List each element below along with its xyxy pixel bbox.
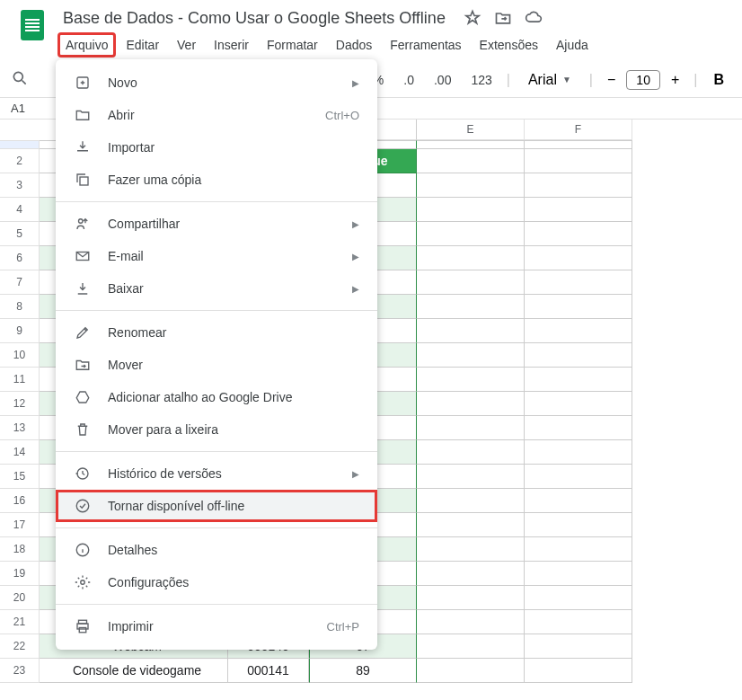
row-header-4[interactable]: 4 <box>0 198 40 222</box>
menu-item-importar[interactable]: Importar <box>56 131 377 164</box>
menu-item-baixar[interactable]: Baixar▶ <box>56 272 377 305</box>
cell[interactable] <box>525 343 632 368</box>
cell[interactable] <box>525 270 632 295</box>
cell[interactable] <box>525 634 632 659</box>
decrease-font-size-button[interactable]: − <box>602 68 621 92</box>
menu-item-tornar-disponível-off-line[interactable]: Tornar disponível off-line <box>56 490 377 522</box>
row-header-21[interactable]: 21 <box>0 610 40 634</box>
row-header-17[interactable]: 17 <box>0 513 40 537</box>
cell[interactable] <box>417 513 525 537</box>
cell[interactable] <box>417 222 525 246</box>
cell[interactable] <box>417 246 525 270</box>
menu-item-renomear[interactable]: Renomear <box>56 316 377 349</box>
star-icon[interactable] <box>464 9 481 31</box>
menubar-item-inserir[interactable]: Inserir <box>206 32 257 58</box>
row-header-15[interactable]: 15 <box>0 465 40 489</box>
doc-title[interactable]: Base de Dados - Como Usar o Google Sheet… <box>57 7 451 30</box>
cell[interactable] <box>525 562 632 586</box>
menu-item-abrir[interactable]: AbrirCtrl+O <box>56 99 377 131</box>
menu-item-fazer-uma-cópia[interactable]: Fazer uma cópia <box>56 164 377 196</box>
row-header-9[interactable]: 9 <box>0 319 40 343</box>
menu-item-detalhes[interactable]: Detalhes <box>56 534 377 566</box>
cell[interactable] <box>417 562 525 586</box>
cell[interactable]: 000141 <box>228 659 309 683</box>
cell[interactable] <box>417 659 525 683</box>
cell[interactable] <box>525 659 632 683</box>
menu-item-novo[interactable]: Novo▶ <box>56 66 377 99</box>
menubar-item-ver[interactable]: Ver <box>169 32 204 58</box>
cell[interactable] <box>417 537 525 562</box>
row-header-16[interactable]: 16 <box>0 489 40 513</box>
cell[interactable] <box>417 610 525 634</box>
increase-font-size-button[interactable]: + <box>666 68 685 92</box>
cell[interactable] <box>417 465 525 489</box>
bold-button[interactable]: B <box>706 72 731 88</box>
cell[interactable]: Console de videogame <box>40 659 228 683</box>
cell[interactable] <box>525 368 632 392</box>
row-header-7[interactable]: 7 <box>0 270 40 295</box>
decrease-decimal-button[interactable]: .0 <box>398 69 420 91</box>
cell[interactable] <box>417 140 525 149</box>
cell[interactable] <box>417 319 525 343</box>
cell[interactable] <box>525 149 632 173</box>
cell[interactable] <box>525 246 632 270</box>
row-header-8[interactable]: 8 <box>0 295 40 319</box>
cell[interactable] <box>417 270 525 295</box>
menu-item-mover-para-a-lixeira[interactable]: Mover para a lixeira <box>56 413 377 446</box>
cell[interactable] <box>417 368 525 392</box>
menu-item-mover[interactable]: Mover <box>56 349 377 381</box>
row-header-10[interactable]: 10 <box>0 343 40 368</box>
row-header-12[interactable]: 12 <box>0 392 40 416</box>
cell[interactable] <box>525 440 632 465</box>
menubar-item-ferramentas[interactable]: Ferramentas <box>382 32 469 58</box>
cell[interactable] <box>525 416 632 440</box>
search-icon[interactable] <box>11 69 29 91</box>
row-header-14[interactable]: 14 <box>0 440 40 465</box>
row-header-23[interactable]: 23 <box>0 659 40 683</box>
menu-item-imprimir[interactable]: ImprimirCtrl+P <box>56 610 377 642</box>
row-header-18[interactable]: 18 <box>0 537 40 562</box>
menu-item-compartilhar[interactable]: Compartilhar▶ <box>56 208 377 240</box>
cell[interactable]: 89 <box>309 659 417 683</box>
menubar-item-editar[interactable]: Editar <box>118 32 167 58</box>
row-header-13[interactable]: 13 <box>0 416 40 440</box>
menubar-item-formatar[interactable]: Formatar <box>259 32 326 58</box>
row-header-11[interactable]: 11 <box>0 368 40 392</box>
menu-item-configurações[interactable]: Configurações <box>56 566 377 598</box>
cell[interactable] <box>525 319 632 343</box>
menu-item-adicionar-atalho-ao-google-drive[interactable]: Adicionar atalho ao Google Drive <box>56 381 377 413</box>
cell[interactable] <box>417 440 525 465</box>
row-header-2[interactable]: 2 <box>0 149 40 173</box>
cell[interactable] <box>525 537 632 562</box>
cell[interactable] <box>525 198 632 222</box>
row-header-1[interactable] <box>0 140 40 149</box>
cell[interactable] <box>525 295 632 319</box>
cell[interactable] <box>417 173 525 198</box>
cell[interactable] <box>417 149 525 173</box>
cell[interactable] <box>525 173 632 198</box>
cell[interactable] <box>525 610 632 634</box>
number-format-button[interactable]: 123 <box>465 69 497 91</box>
cell[interactable] <box>417 295 525 319</box>
column-header-F[interactable]: F <box>525 120 632 140</box>
cell[interactable] <box>525 465 632 489</box>
increase-decimal-button[interactable]: .00 <box>428 69 456 91</box>
menu-item-histórico-de-versões[interactable]: Histórico de versões▶ <box>56 457 377 490</box>
row-header-3[interactable]: 3 <box>0 173 40 198</box>
row-header-20[interactable]: 20 <box>0 586 40 610</box>
row-header-5[interactable]: 5 <box>0 222 40 246</box>
row-header-6[interactable]: 6 <box>0 246 40 270</box>
menubar-item-extensões[interactable]: Extensões <box>472 32 546 58</box>
cell[interactable] <box>525 489 632 513</box>
move-to-folder-icon[interactable] <box>494 9 512 31</box>
cell[interactable] <box>417 416 525 440</box>
sheets-logo[interactable] <box>14 7 50 43</box>
cell[interactable] <box>417 198 525 222</box>
cell[interactable] <box>417 343 525 368</box>
font-family-select[interactable]: Arial ▼ <box>519 68 580 92</box>
cell[interactable] <box>417 392 525 416</box>
menubar-item-dados[interactable]: Dados <box>328 32 380 58</box>
font-size-input[interactable]: 10 <box>626 70 660 90</box>
row-header-22[interactable]: 22 <box>0 634 40 659</box>
cell[interactable] <box>525 513 632 537</box>
